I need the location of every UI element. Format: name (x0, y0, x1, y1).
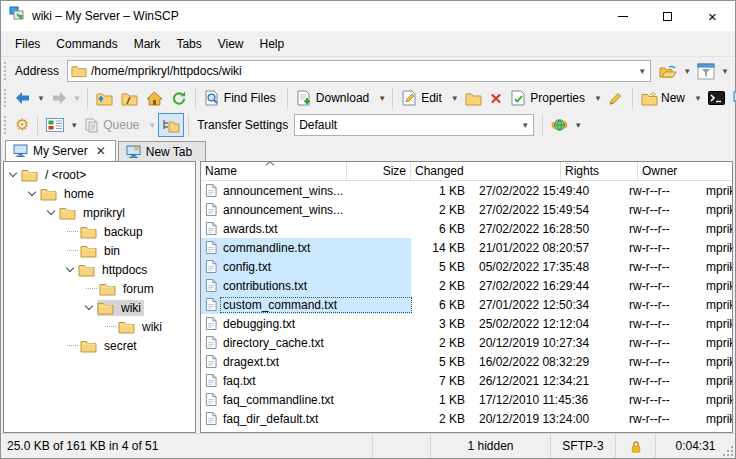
properties-dropdown[interactable]: ▼ (594, 94, 602, 103)
status-encryption[interactable] (616, 434, 656, 458)
chevron-down-icon[interactable] (28, 188, 36, 196)
file-select-zone[interactable]: faq_commandline.txt (201, 390, 411, 409)
file-select-zone[interactable]: announcement_wins... (201, 181, 411, 200)
file-row-faq-txt[interactable]: faq.txt7 KB26/12/2021 12:34:21rw-r--r--m… (201, 371, 732, 390)
file-row-commandline-txt[interactable]: commandline.txt14 KB21/01/2022 08:20:57r… (201, 238, 732, 257)
home-directory-button[interactable] (142, 86, 167, 110)
parent-directory-button[interactable] (92, 86, 117, 110)
download-button[interactable]: Download (292, 86, 376, 110)
file-row-announcement-wins[interactable]: announcement_wins...2 KB27/02/2022 15:49… (201, 200, 732, 219)
copy-button[interactable] (461, 86, 486, 110)
tree-item-backup[interactable]: backup (4, 222, 195, 241)
open-in-putty-button[interactable] (729, 86, 736, 110)
find-files-button[interactable]: Find Files (200, 86, 283, 110)
menu-view[interactable]: View (210, 33, 252, 55)
toolbar-grip[interactable] (4, 89, 7, 107)
chevron-down-icon[interactable] (66, 264, 74, 272)
filter-button[interactable] (693, 59, 719, 83)
rename-button[interactable] (604, 86, 628, 110)
panel-layout-button[interactable] (42, 113, 68, 137)
file-select-zone[interactable]: config.txt (201, 257, 411, 276)
file-select-zone[interactable]: custom_command.txt (201, 295, 411, 314)
synchronize-browsing-button[interactable] (547, 113, 572, 137)
file-select-zone[interactable]: dragext.txt (201, 352, 411, 371)
status-hidden-count[interactable]: 1 hidden (431, 434, 551, 458)
file-row-announcement-wins[interactable]: announcement_wins...1 KB27/02/2022 15:49… (201, 181, 732, 200)
console-button[interactable] (704, 86, 729, 110)
tab-close-icon[interactable]: ✕ (94, 144, 108, 158)
tree-item-httpdocs[interactable]: httpdocs (4, 260, 195, 279)
file-row-config-txt[interactable]: config.txt5 KB05/02/2022 17:35:48rw-r--r… (201, 257, 732, 276)
file-select-zone[interactable]: debugging.txt (201, 314, 411, 333)
column-header-owner[interactable]: Owner (638, 162, 732, 180)
menu-commands[interactable]: Commands (48, 33, 125, 55)
tree-item-bin[interactable]: bin (4, 241, 195, 260)
toolbar-grip[interactable] (4, 116, 7, 134)
address-dropdown-button[interactable]: ▼ (634, 61, 650, 81)
status-session-timer[interactable]: 0:04:31 (656, 434, 735, 458)
chevron-down-icon[interactable] (47, 207, 55, 215)
new-button[interactable]: New (637, 86, 692, 110)
tree-item-wiki[interactable]: wiki (4, 317, 195, 336)
file-row-dragext-txt[interactable]: dragext.txt5 KB16/02/2022 08:32:29rw-r--… (201, 352, 732, 371)
forward-history-dropdown[interactable]: ▼ (73, 94, 81, 103)
file-select-zone[interactable]: announcement_wins... (201, 200, 411, 219)
menu-files[interactable]: Files (7, 33, 48, 55)
column-header-size[interactable]: Size (347, 162, 411, 180)
tree-item-forum[interactable]: forum (4, 279, 195, 298)
panel-layout-dropdown[interactable]: ▼ (70, 121, 78, 130)
preferences-button[interactable]: ⚙ (11, 113, 33, 137)
tree-item-wiki[interactable]: wiki (4, 298, 195, 317)
column-header-changed[interactable]: Changed (411, 162, 561, 180)
menu-help[interactable]: Help (252, 33, 293, 55)
file-select-zone[interactable]: directory_cache.txt (201, 333, 411, 352)
transfer-settings-combobox[interactable]: Default ▼ (294, 114, 534, 136)
tree-toggle-button[interactable] (158, 113, 184, 137)
transfer-settings-dropdown[interactable]: ▼ (517, 115, 533, 135)
file-row-contributions-txt[interactable]: contributions.txt2 KB27/02/2022 16:29:44… (201, 276, 732, 295)
delete-button[interactable]: ✕ (486, 86, 507, 110)
refresh-button[interactable] (167, 86, 191, 110)
file-select-zone[interactable]: faq_dir_default.txt (201, 409, 411, 428)
new-dropdown[interactable]: ▼ (694, 94, 702, 103)
edit-button[interactable]: Edit (397, 86, 449, 110)
menu-mark[interactable]: Mark (126, 33, 169, 55)
toolbar-grip[interactable] (4, 62, 7, 80)
file-select-zone[interactable]: faq.txt (201, 371, 411, 390)
file-select-zone[interactable]: awards.txt (201, 219, 411, 238)
file-row-faq-commandline-txt[interactable]: faq_commandline.txt1 KB17/12/2010 11:45:… (201, 390, 732, 409)
root-directory-button[interactable] (117, 86, 142, 110)
open-directory-dropdown[interactable]: ▼ (683, 67, 691, 76)
tree-item-mprikryl[interactable]: mprikryl (4, 203, 195, 222)
file-row-directory-cache-txt[interactable]: directory_cache.txt2 KB20/12/2019 10:27:… (201, 333, 732, 352)
tab-my-server[interactable]: My Server ✕ (5, 140, 116, 161)
chevron-down-icon[interactable] (9, 169, 17, 177)
column-header-rights[interactable]: Rights (561, 162, 638, 180)
minimize-button[interactable] (600, 2, 645, 31)
properties-button[interactable]: Properties (506, 86, 592, 110)
tab-new-tab[interactable]: New Tab (118, 141, 206, 161)
tree-item-root[interactable]: / <root> (4, 165, 195, 184)
file-row-awards-txt[interactable]: awards.txt6 KB27/02/2022 16:28:50rw-r--r… (201, 219, 732, 238)
chevron-down-icon[interactable] (85, 302, 93, 310)
file-row-custom-command-txt[interactable]: custom_command.txt6 KB27/01/2022 12:50:3… (201, 295, 732, 314)
open-directory-button[interactable] (655, 59, 681, 83)
close-button[interactable]: × (690, 2, 735, 31)
filter-dropdown[interactable]: ▼ (721, 67, 729, 76)
synchronize-browsing-dropdown[interactable]: ▼ (574, 121, 582, 130)
queue-dropdown[interactable]: ▼ (148, 121, 156, 130)
tree-item-home[interactable]: home (4, 184, 195, 203)
download-dropdown[interactable]: ▼ (378, 94, 386, 103)
queue-button[interactable]: Queue (80, 113, 146, 137)
status-protocol[interactable]: SFTP-3 (551, 434, 616, 458)
resize-grip[interactable] (724, 447, 733, 456)
back-button[interactable] (11, 86, 35, 110)
file-row-faq-dir-default-txt[interactable]: faq_dir_default.txt2 KB20/12/2019 13:24:… (201, 409, 732, 428)
maximize-button[interactable] (645, 2, 690, 31)
edit-dropdown[interactable]: ▼ (451, 94, 459, 103)
menu-tabs[interactable]: Tabs (168, 33, 209, 55)
address-combobox[interactable]: /home/mprikryl/httpdocs/wiki ▼ (67, 60, 651, 82)
back-history-dropdown[interactable]: ▼ (37, 94, 45, 103)
file-row-debugging-txt[interactable]: debugging.txt3 KB25/02/2022 12:12:04rw-r… (201, 314, 732, 333)
tree-item-secret[interactable]: secret (4, 336, 195, 355)
